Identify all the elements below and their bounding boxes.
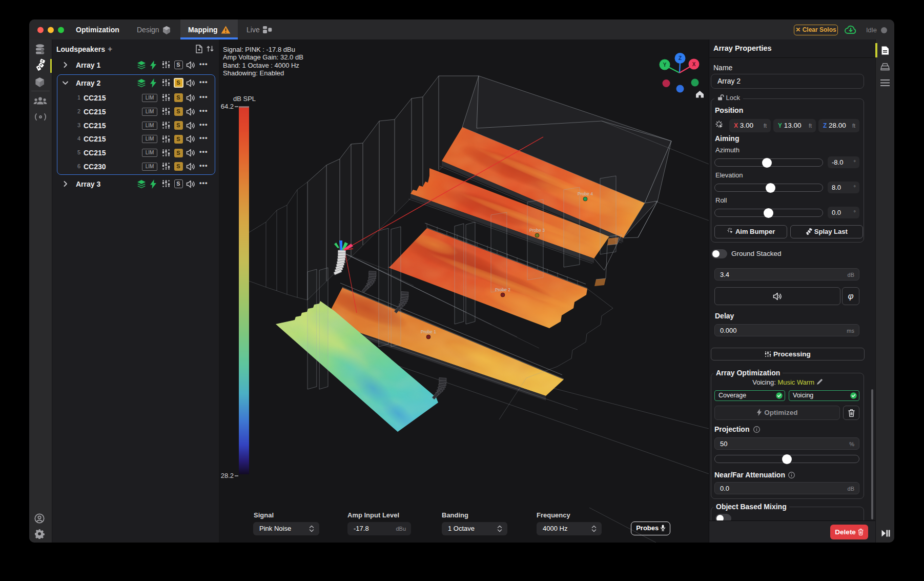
svg-text:Probe 1: Probe 1 (421, 329, 436, 334)
svg-text:Y: Y (663, 62, 667, 68)
svg-text:dB SPL: dB SPL (233, 95, 256, 103)
svg-text:28.2: 28.2 (221, 472, 234, 479)
svg-text:64.2: 64.2 (221, 103, 234, 110)
svg-text:X: X (692, 62, 696, 67)
svg-text:Probe 4: Probe 4 (578, 191, 593, 196)
svg-text:Probe 3: Probe 3 (529, 228, 545, 233)
svg-text:Z: Z (679, 55, 682, 61)
svg-text:Probe 2: Probe 2 (495, 287, 510, 292)
